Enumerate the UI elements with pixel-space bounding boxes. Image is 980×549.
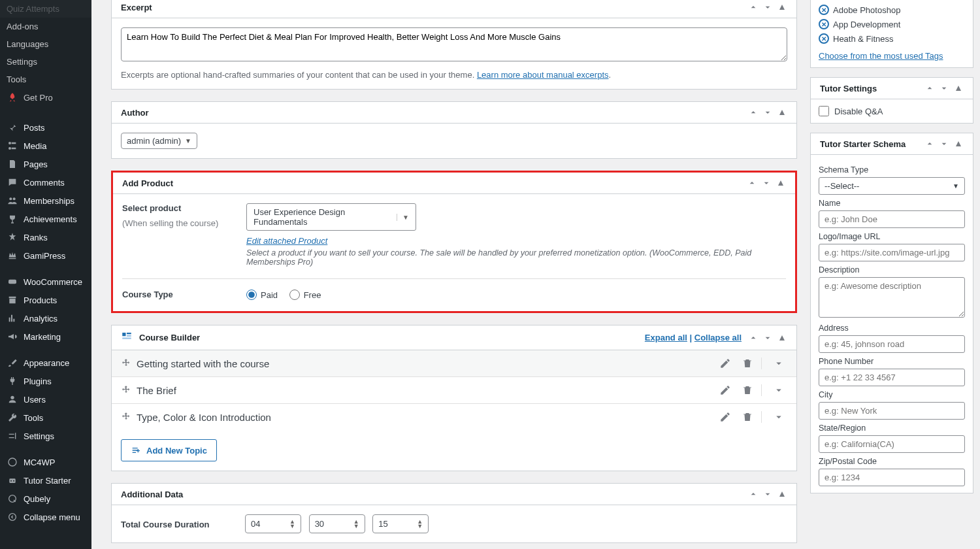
sidebar-item-settings[interactable]: Settings	[0, 427, 91, 445]
rank-icon	[7, 232, 18, 242]
chevron-up-icon[interactable]	[924, 83, 935, 93]
chevron-down-icon[interactable]	[761, 178, 772, 188]
main-content: Excerpt Learn How To Build The Perfect D…	[91, 0, 810, 549]
schema-name-input[interactable]	[819, 210, 965, 228]
sidebar-item-tools[interactable]: Tools	[0, 408, 91, 427]
chevron-down-icon[interactable]	[773, 384, 785, 396]
sidebar-item-mc4wp[interactable]: MC4WP	[0, 453, 91, 471]
sidebar-subitem-quiz-attempts[interactable]: Quiz Attempts	[0, 0, 91, 18]
edit-attached-product-link[interactable]: Edit attached Product	[246, 236, 327, 246]
schema-zip-postal-code-input[interactable]	[819, 469, 965, 486]
settings-icon	[7, 431, 18, 441]
drag-handle-icon[interactable]	[121, 358, 137, 369]
topic-row[interactable]: Type, Color & Icon Introduction	[112, 403, 796, 430]
course-type-free-radio[interactable]: Free	[289, 290, 321, 300]
duration-hours-input[interactable]: 04▲▼	[245, 514, 301, 533]
toggle-icon[interactable]	[777, 107, 787, 118]
toggle-icon[interactable]	[777, 333, 787, 343]
schema-logo-image-url-input[interactable]	[819, 244, 965, 261]
schema-type-select[interactable]: --Select--▼	[819, 177, 965, 195]
toggle-icon[interactable]	[777, 2, 787, 12]
drag-handle-icon[interactable]	[121, 412, 137, 422]
sidebar-subitem-get-pro[interactable]: Get Pro	[0, 88, 91, 107]
add-new-topic-button[interactable]: Add New Topic	[121, 439, 217, 461]
collapse-all-link[interactable]: Collapse all	[694, 333, 742, 342]
toggle-icon[interactable]	[953, 83, 964, 93]
sidebar-subitem-settings[interactable]: Settings	[0, 53, 91, 71]
sidebar-item-achievements[interactable]: Achievements	[0, 210, 91, 228]
sidebar-subitem-languages[interactable]: Languages	[0, 35, 91, 53]
chevron-down-icon[interactable]	[762, 2, 773, 12]
chevron-up-icon[interactable]	[748, 333, 759, 343]
chevron-up-icon[interactable]	[748, 489, 759, 499]
chevron-up-icon[interactable]	[924, 139, 935, 149]
duration-seconds-input[interactable]: 15▲▼	[372, 514, 429, 533]
sidebar-item-plugins[interactable]: Plugins	[0, 372, 91, 390]
toggle-icon[interactable]	[777, 489, 787, 499]
sidebar-item-gamipress[interactable]: GamiPress	[0, 246, 91, 265]
remove-tag-icon[interactable]: ✕	[819, 19, 829, 29]
chevron-up-icon[interactable]	[747, 178, 757, 188]
schema-panel: Tutor Starter Schema Schema Type --Selec…	[810, 133, 973, 493]
right-sidebar: ✕Adobe Photoshop✕App Development✕Heath &…	[810, 0, 980, 549]
sidebar-item-ranks[interactable]: Ranks	[0, 228, 91, 246]
chevron-up-icon[interactable]	[748, 107, 759, 118]
sidebar-item-tutor-starter[interactable]: Tutor Starter	[0, 471, 91, 490]
sidebar-subitem-tools[interactable]: Tools	[0, 71, 91, 88]
trash-icon[interactable]	[742, 358, 753, 369]
sidebar-item-comments[interactable]: Comments	[0, 173, 91, 191]
sidebar-item-pages[interactable]: Pages	[0, 155, 91, 173]
sidebar-item-memberships[interactable]: Memberships	[0, 191, 91, 210]
duration-minutes-input[interactable]: 30▲▼	[309, 514, 365, 533]
chevron-down-icon[interactable]	[762, 333, 773, 343]
trash-icon[interactable]	[742, 384, 753, 396]
remove-tag-icon[interactable]: ✕	[819, 5, 829, 15]
sidebar-subitem-add-ons[interactable]: Add-ons	[0, 18, 91, 35]
schema-state-region-input[interactable]	[819, 435, 965, 453]
edit-icon[interactable]	[719, 384, 731, 396]
schema-description-input[interactable]	[819, 277, 965, 318]
schema-address-input[interactable]	[819, 335, 965, 353]
drag-handle-icon[interactable]	[121, 385, 137, 395]
chevron-down-icon[interactable]	[773, 358, 785, 369]
choose-tags-link[interactable]: Choose from the most used Tags	[819, 51, 943, 61]
schema-field-label: Logo/Image URL	[819, 232, 965, 241]
edit-icon[interactable]	[719, 358, 731, 369]
panel-title: Excerpt	[121, 3, 152, 12]
schema-phone-number-input[interactable]	[819, 369, 965, 386]
toggle-icon[interactable]	[953, 139, 964, 149]
sidebar-item-qubely[interactable]: Qubely	[0, 490, 91, 508]
robot-icon	[7, 475, 18, 486]
excerpt-textarea[interactable]: Learn How To Build The Perfect Diet & Me…	[121, 27, 787, 61]
topic-row[interactable]: The Brief	[112, 376, 796, 403]
sidebar-item-posts[interactable]: Posts	[0, 118, 91, 137]
tutor-settings-panel: Tutor Settings Disable Q&A	[810, 77, 973, 124]
chevron-down-icon[interactable]	[773, 411, 785, 423]
sidebar-item-analytics[interactable]: Analytics	[0, 309, 91, 327]
chevron-down-icon[interactable]	[939, 139, 949, 149]
topic-row[interactable]: Getting started with the course	[112, 350, 796, 376]
schema-city-input[interactable]	[819, 402, 965, 420]
remove-tag-icon[interactable]: ✕	[819, 33, 829, 44]
excerpt-learn-more-link[interactable]: Learn more about manual excerpts	[477, 70, 609, 80]
author-select[interactable]: admin (admin)▼	[121, 133, 197, 149]
sidebar-item-woocommerce[interactable]: WooCommerce	[0, 273, 91, 291]
edit-icon[interactable]	[719, 411, 731, 423]
sidebar-item-products[interactable]: Products	[0, 291, 91, 309]
sidebar-item-appearance[interactable]: Appearance	[0, 354, 91, 372]
sidebar-item-collapse-menu[interactable]: Collapse menu	[0, 508, 91, 526]
sidebar-item-users[interactable]: Users	[0, 390, 91, 408]
course-type-paid-radio[interactable]: Paid	[246, 290, 278, 300]
sidebar-item-marketing[interactable]: Marketing	[0, 327, 91, 346]
chevron-down-icon[interactable]	[762, 489, 773, 499]
author-panel: Author admin (admin)▼	[111, 101, 797, 159]
sidebar-item-media[interactable]: Media	[0, 137, 91, 155]
toggle-icon[interactable]	[776, 178, 786, 188]
disable-qa-checkbox[interactable]: Disable Q&A	[819, 106, 965, 116]
expand-all-link[interactable]: Expand all	[645, 333, 687, 342]
trash-icon[interactable]	[742, 411, 753, 423]
chevron-down-icon[interactable]	[762, 107, 773, 118]
chevron-up-icon[interactable]	[748, 2, 759, 12]
chevron-down-icon[interactable]	[939, 83, 949, 93]
product-dropdown[interactable]: User Experience Design Fundamentals ▼	[246, 203, 416, 231]
